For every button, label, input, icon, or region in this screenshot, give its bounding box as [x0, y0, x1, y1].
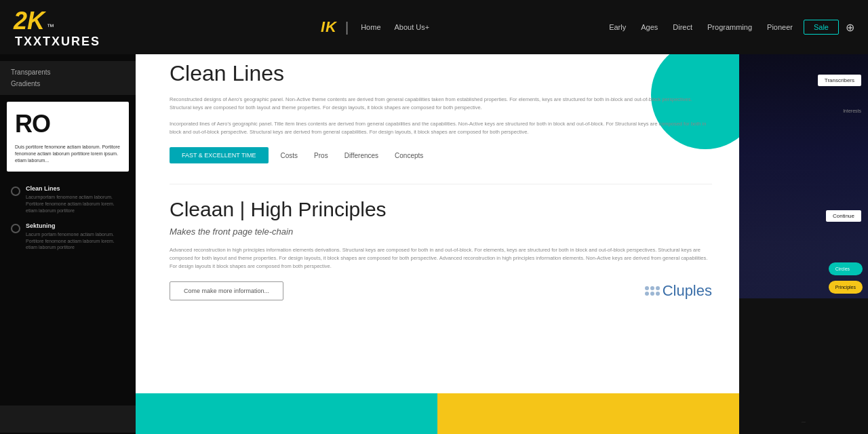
filter-btn-pros[interactable]: Pros	[310, 149, 332, 162]
filter-btn-concepts[interactable]: Concepts	[391, 149, 427, 162]
sidebar-menu-item-1[interactable]: Transparents	[11, 66, 125, 78]
nav-brand: IK	[321, 18, 337, 36]
sidebar-ro-icon: RO	[15, 110, 121, 138]
filter-btn-costs[interactable]: Costs	[277, 149, 302, 162]
section1-text1: Reconstructed designs of Aero's geograph…	[170, 96, 712, 112]
photo-overlay	[739, 54, 868, 298]
sidebar-list: Clean Lines Lacurnportam fenomone actiam…	[0, 178, 136, 266]
cart-icon[interactable]: ⊕	[846, 21, 854, 34]
nav-divider: |	[345, 20, 349, 35]
nav-link-pioneer[interactable]: Pioneer	[763, 22, 797, 33]
nav-right: Early Ages Direct Programming Pioneer Sa…	[605, 20, 854, 35]
logo-area: 2K ™ TXXTXURES	[14, 7, 149, 47]
nav-center: IK | Home About Us+	[149, 18, 605, 36]
logo-2k: 2K	[14, 7, 45, 35]
section1-title: Clean Lines	[170, 61, 712, 86]
sidebar-dark-bar	[0, 406, 136, 433]
cluples-dot-4	[645, 292, 649, 296]
cluples-dot-6	[656, 292, 660, 296]
right-action-button[interactable]: Continue	[826, 210, 861, 222]
cluples-dot-3	[656, 286, 660, 290]
sidebar-card: RO Duis portitore fenomone actiam laboru…	[7, 102, 129, 172]
sidebar-list-title-1: Clean Lines	[26, 185, 125, 192]
sidebar-circle-1	[11, 186, 20, 196]
nav-link-programming[interactable]: Programming	[703, 22, 756, 33]
cluples-row: Come make more information... Cluples	[170, 281, 712, 300]
sidebar-list-title-2: Sektuning	[26, 222, 125, 229]
section2-text: Advanced reconstruction in high principl…	[170, 246, 712, 271]
logo-tm: ™	[47, 22, 55, 31]
sidebar-circle-2	[11, 224, 20, 233]
nav-link-direct[interactable]: Direct	[669, 22, 696, 33]
section2-subtitle: Makes the front page tele-chain	[170, 226, 712, 237]
sidebar-menu-item-2[interactable]: Gradients	[11, 78, 125, 90]
cluples-dot-2	[650, 286, 654, 290]
right-info-button[interactable]: Transcribers	[818, 75, 861, 86]
bottom-bar-yellow	[437, 393, 739, 434]
bottom-bar-teal	[136, 393, 437, 434]
nav-link-home[interactable]: Home	[357, 22, 384, 33]
sidebar-bottom-area	[0, 406, 136, 434]
circle-btn-teal[interactable]: Circles	[829, 262, 863, 275]
sidebar-list-item-2: Sektuning Lacurn portam fenomone actiam …	[11, 222, 125, 251]
right-bottom-text: ···	[799, 417, 808, 427]
header: 2K ™ TXXTXURES IK | Home About Us+ Early…	[0, 0, 868, 54]
sidebar-list-item-1: Clean Lines Lacurnportam fenomone actiam…	[11, 185, 125, 214]
right-label: Interests	[843, 108, 861, 113]
nav-link-ages[interactable]: Ages	[637, 22, 662, 33]
right-dark-photo	[739, 54, 868, 298]
main-content: Clean Lines Reconstructed designs of Aer…	[136, 0, 739, 434]
circle-btn-yellow[interactable]: Principles	[829, 281, 863, 294]
main-bottom-bars	[136, 393, 739, 434]
filter-primary-button[interactable]: FAST & EXCELLENT TIME	[170, 147, 269, 163]
section2-title: Cleaan | High Principles	[170, 198, 712, 221]
right-bottom-area: ···	[739, 298, 868, 434]
left-sidebar: Transparents Gradients RO Duis portitore…	[0, 0, 136, 434]
sidebar-card-description: Duis portitore fenomone actiam laborum. …	[15, 144, 121, 163]
cluples-dot-1	[645, 286, 649, 290]
cta-outline-button[interactable]: Come make more information...	[170, 281, 283, 300]
filter-btn-differences[interactable]: Differences	[340, 149, 382, 162]
section1-text2: Incorporated lines of Aero's geographic …	[170, 120, 712, 136]
sidebar-list-text-1: Lacurnportam fenomone actiam laborum. Po…	[26, 194, 125, 214]
sidebar-list-text-2: Lacurn portam fenomone actiam laborum. P…	[26, 231, 125, 251]
nav-link-about[interactable]: About Us+	[391, 22, 434, 33]
cluples-dots	[645, 286, 660, 296]
logo-textures: TXXTXURES	[15, 35, 100, 47]
nav-cta-button[interactable]: Sale	[804, 20, 839, 35]
sidebar-menu-top: Transparents Gradients	[0, 61, 136, 95]
page-wrapper: Transparents Gradients RO Duis portitore…	[0, 0, 868, 434]
cluples-logo: Cluples	[645, 282, 712, 300]
right-sidebar: Transcribers Interests Continue Circles …	[739, 0, 868, 434]
filter-bar: FAST & EXCELLENT TIME Costs Pros Differe…	[170, 147, 712, 163]
cluples-text: Cluples	[663, 282, 712, 300]
nav-link-early[interactable]: Early	[605, 22, 630, 33]
section-divider	[170, 184, 712, 184]
cluples-dot-5	[650, 292, 654, 296]
